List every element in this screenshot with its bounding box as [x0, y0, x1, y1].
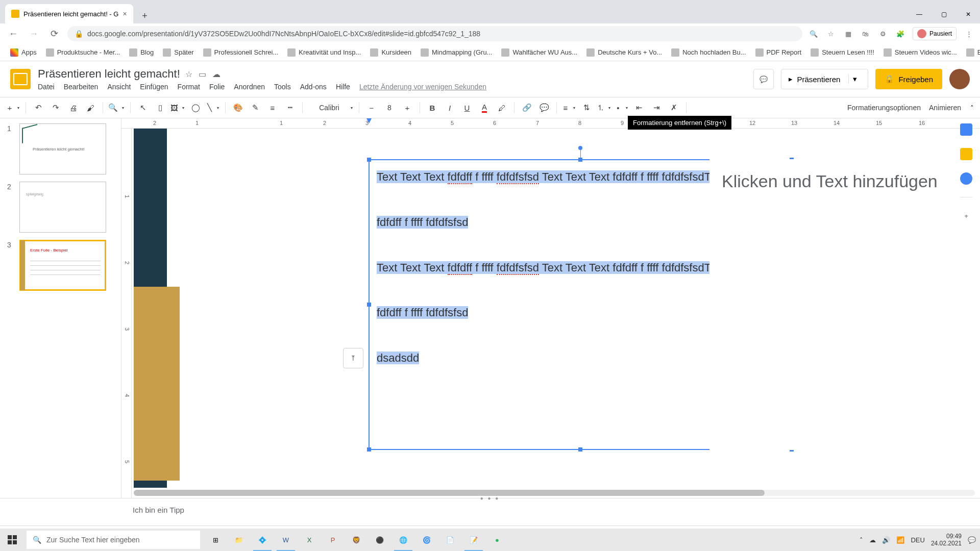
- bookmark-item[interactable]: Büro: [963, 46, 980, 59]
- underline-button[interactable]: U: [460, 101, 474, 115]
- menu-anordnen[interactable]: Anordnen: [234, 83, 265, 91]
- bookmark-item[interactable]: Mindmapping (Gru...: [418, 46, 496, 59]
- brave-icon[interactable]: 🦁: [345, 529, 368, 551]
- image-tool[interactable]: 🖼: [170, 101, 185, 115]
- taskbar-app-icon[interactable]: 📄: [439, 529, 461, 551]
- menu-tools[interactable]: Tools: [274, 83, 291, 91]
- profile-paused-button[interactable]: Pausiert: [913, 27, 957, 40]
- redo-button[interactable]: ↷: [48, 101, 63, 115]
- obs-icon[interactable]: ⚫: [369, 529, 391, 551]
- align-button[interactable]: ≡: [562, 101, 576, 115]
- resize-handle[interactable]: [367, 303, 371, 307]
- print-button[interactable]: 🖨: [66, 101, 80, 115]
- present-dropdown-icon[interactable]: ▾: [848, 74, 861, 84]
- taskbar-app-icon[interactable]: 💠: [251, 529, 274, 551]
- zoom-icon[interactable]: 🔍: [808, 29, 819, 39]
- slide-thumbnail-2[interactable]: spiwigewig: [19, 182, 106, 233]
- zoom-button[interactable]: 🔍: [108, 101, 125, 115]
- excel-icon[interactable]: X: [298, 529, 321, 551]
- indent-decrease-button[interactable]: ⇤: [632, 101, 646, 115]
- language-indicator[interactable]: DEU: [911, 536, 924, 544]
- qr-icon[interactable]: ▦: [843, 29, 853, 39]
- format-options-button[interactable]: Formatierungsoptionen: [847, 104, 921, 112]
- slide-canvas[interactable]: Text Text Text fdfdff f ffff fdfdfsfsd T…: [134, 129, 975, 488]
- bookmark-item[interactable]: Steuern Lesen !!!!: [807, 46, 877, 59]
- share-button[interactable]: 🔒 Freigeben: [875, 69, 942, 89]
- highlight-button[interactable]: 🖊: [495, 101, 509, 115]
- undo-button[interactable]: ↶: [31, 101, 45, 115]
- bookmark-item[interactable]: Deutsche Kurs + Vo...: [583, 46, 665, 59]
- chrome-icon[interactable]: 🌐: [392, 529, 414, 551]
- settings-icon[interactable]: ⚙: [878, 29, 888, 39]
- edge-icon[interactable]: 🌀: [415, 529, 438, 551]
- tray-expand-icon[interactable]: ˄: [860, 536, 863, 544]
- close-tab-icon[interactable]: ×: [122, 10, 127, 18]
- new-slide-button[interactable]: +: [6, 101, 20, 115]
- slide-thumbnail-1[interactable]: Präsentieren leicht gemacht!: [19, 123, 106, 174]
- tasks-icon[interactable]: [960, 172, 972, 185]
- menu-icon[interactable]: ⋮: [964, 29, 974, 39]
- resize-handle[interactable]: [367, 158, 371, 162]
- cloud-icon[interactable]: ☁: [212, 69, 220, 79]
- last-edit-link[interactable]: Letzte Änderung vor wenigen Sekunden: [359, 83, 486, 91]
- bookmark-item[interactable]: Kursideen: [367, 46, 414, 59]
- slides-logo-icon[interactable]: [10, 69, 31, 89]
- move-icon[interactable]: ▭: [199, 69, 206, 79]
- calendar-icon[interactable]: [960, 123, 972, 136]
- bookmark-item[interactable]: Professionell Schrei...: [200, 46, 282, 59]
- horizontal-ruler[interactable]: 2 1 1 2 3 4 5 6 7 8 9 12 13 14 15 16: [121, 118, 980, 129]
- file-explorer-icon[interactable]: 📁: [228, 529, 250, 551]
- comment-button[interactable]: 💬: [537, 101, 551, 115]
- spotify-icon[interactable]: ●: [486, 529, 508, 551]
- resize-handle[interactable]: [578, 158, 582, 162]
- fill-color-button[interactable]: 🎨: [231, 101, 245, 115]
- border-weight-button[interactable]: ≡: [265, 101, 280, 115]
- speaker-notes[interactable]: ● ● ● Ich bin ein Tipp: [0, 498, 980, 525]
- bookmark-apps[interactable]: Apps: [7, 46, 40, 59]
- italic-button[interactable]: I: [443, 101, 457, 115]
- document-title[interactable]: Präsentieren leicht gemacht!: [38, 67, 180, 81]
- browser-tab[interactable]: Präsentieren leicht gemacht! - G ×: [5, 4, 133, 23]
- minimize-button[interactable]: —: [908, 5, 931, 23]
- shape-tool[interactable]: ◯: [188, 101, 203, 115]
- border-dash-button[interactable]: ┅: [283, 101, 297, 115]
- comments-button[interactable]: 💬: [753, 69, 774, 89]
- text-color-button[interactable]: A: [477, 101, 492, 115]
- volume-icon[interactable]: 🔊: [882, 536, 890, 544]
- numbered-list-button[interactable]: ⒈: [597, 101, 611, 115]
- bookmark-item[interactable]: Kreativität und Insp...: [284, 46, 364, 59]
- animate-button[interactable]: Animieren: [929, 104, 961, 112]
- notifications-icon[interactable]: 💬: [968, 536, 976, 544]
- bulleted-list-button[interactable]: •: [615, 101, 629, 115]
- new-tab-button[interactable]: +: [137, 8, 153, 23]
- bookmark-item[interactable]: Produktsuche - Mer...: [43, 46, 124, 59]
- close-window-button[interactable]: ✕: [957, 5, 980, 23]
- align-indicator-icon[interactable]: ⤒: [343, 348, 363, 368]
- forward-button[interactable]: →: [27, 27, 41, 41]
- line-spacing-button[interactable]: ⇅: [579, 101, 594, 115]
- textbox-tool[interactable]: ▯: [153, 101, 167, 115]
- slide-thumbnail-3[interactable]: Erste Folie - Beispiel: [19, 240, 106, 291]
- bookmark-item[interactable]: PDF Report: [752, 46, 805, 59]
- bookmark-item[interactable]: Steuern Videos wic...: [880, 46, 960, 59]
- extensions-icon[interactable]: 🧩: [895, 29, 905, 39]
- maximize-button[interactable]: ▢: [932, 5, 955, 23]
- windows-search-input[interactable]: 🔍 Zur Suche Text hier eingeben: [27, 531, 200, 549]
- link-button[interactable]: 🔗: [520, 101, 534, 115]
- menu-hilfe[interactable]: Hilfe: [336, 83, 350, 91]
- menu-folie[interactable]: Folie: [209, 83, 225, 91]
- present-button[interactable]: ▸ Präsentieren ▾: [781, 69, 868, 89]
- bookmark-item[interactable]: Blog: [126, 46, 157, 59]
- task-view-icon[interactable]: ⊞: [204, 529, 227, 551]
- powerpoint-icon[interactable]: P: [322, 529, 344, 551]
- bookmark-item[interactable]: Wahlfächer WU Aus...: [498, 46, 580, 59]
- paint-format-button[interactable]: 🖌: [83, 101, 97, 115]
- notepad-icon[interactable]: 📝: [462, 529, 485, 551]
- bookmark-item[interactable]: Noch hochladen Bu...: [668, 46, 749, 59]
- menu-format[interactable]: Format: [178, 83, 200, 91]
- back-button[interactable]: ←: [6, 27, 20, 41]
- border-color-button[interactable]: ✎: [248, 101, 262, 115]
- profile-avatar[interactable]: [949, 69, 970, 89]
- reload-button[interactable]: ⟳: [47, 27, 61, 41]
- menu-addons[interactable]: Add-ons: [300, 83, 327, 91]
